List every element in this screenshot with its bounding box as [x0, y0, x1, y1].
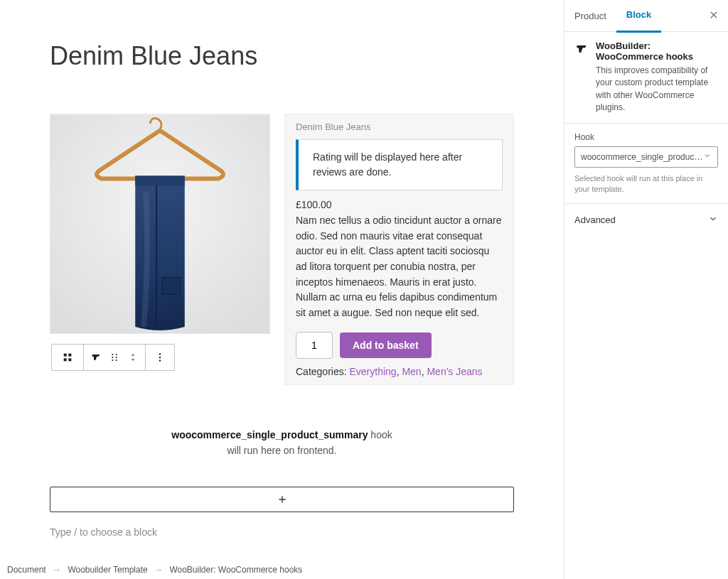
breadcrumb-item[interactable]: Woobuilder Template — [68, 565, 147, 575]
svg-rect-4 — [64, 358, 67, 361]
plus-icon — [277, 494, 288, 505]
chevron-right-icon: → — [53, 565, 61, 575]
svg-point-9 — [116, 354, 117, 355]
rating-placeholder: Rating will be displayed here after revi… — [296, 139, 503, 190]
advanced-panel-toggle[interactable]: Advanced — [564, 204, 728, 236]
add-block-button[interactable] — [50, 487, 514, 512]
block-placeholder[interactable]: Type / to choose a block — [50, 526, 514, 538]
hook-name: woocommerce_single_product_summary — [171, 429, 368, 440]
quantity-stepper[interactable] — [296, 332, 333, 359]
breadcrumb: Document → Woobuilder Template → WooBuil… — [7, 565, 302, 575]
block-type-title: WooBuilder: WooCommerce hooks — [596, 40, 718, 62]
svg-rect-2 — [64, 354, 67, 357]
svg-point-8 — [112, 359, 113, 361]
hook-hint: Selected hook will run at this place in … — [574, 173, 718, 195]
breadcrumb-item[interactable]: WooBuilder: WooCommerce hooks — [169, 565, 302, 575]
tab-block[interactable]: Block — [616, 0, 661, 33]
svg-point-12 — [159, 353, 161, 355]
advanced-label: Advanced — [574, 215, 616, 225]
block-type-icon — [574, 42, 589, 56]
product-price: £100.00 — [296, 199, 503, 210]
close-sidebar-button[interactable] — [700, 10, 728, 22]
hook-field-label: Hook — [574, 132, 718, 142]
breadcrumb-item[interactable]: Document — [7, 565, 46, 575]
drag-handle-icon[interactable] — [109, 352, 120, 363]
chevron-down-icon — [703, 151, 712, 162]
page-title[interactable]: Denim Blue Jeans — [50, 41, 514, 71]
product-image[interactable] — [50, 114, 270, 334]
block-type-description: This improves compatibility of your cust… — [596, 65, 718, 114]
hook-block[interactable]: woocommerce_single_product_summary hook … — [168, 428, 396, 458]
category-link[interactable]: Men's Jeans — [427, 366, 482, 377]
svg-rect-3 — [68, 354, 71, 357]
grid-icon — [62, 352, 73, 363]
hook-select[interactable]: woocommerce_single_product_summ — [574, 146, 718, 168]
category-link[interactable]: Men — [402, 366, 421, 377]
change-block-type-button[interactable] — [52, 345, 84, 370]
more-vertical-icon — [154, 352, 166, 363]
svg-point-6 — [112, 354, 113, 355]
svg-point-10 — [116, 357, 117, 358]
move-arrows-icon[interactable] — [127, 352, 139, 363]
add-to-basket-button[interactable]: Add to basket — [340, 332, 432, 358]
product-name: Denim Blue Jeans — [296, 121, 503, 132]
tab-product[interactable]: Product — [564, 0, 616, 31]
product-categories: Categories: Everything, Men, Men's Jeans — [296, 366, 503, 377]
block-toolbar — [51, 344, 175, 371]
svg-point-7 — [112, 357, 113, 358]
product-description: Nam nec tellus a odio tincidunt auctor a… — [296, 213, 503, 321]
product-summary: Denim Blue Jeans Rating will be displaye… — [284, 114, 514, 385]
svg-point-13 — [159, 357, 161, 358]
close-icon — [709, 10, 719, 22]
category-link[interactable]: Everything — [349, 366, 396, 377]
chevron-down-icon — [708, 214, 718, 226]
hook-select-value: woocommerce_single_product_summ — [581, 152, 703, 162]
settings-sidebar: Product Block WooBuilder: WooCommerce ho… — [564, 0, 728, 579]
svg-point-14 — [159, 359, 161, 361]
svg-point-11 — [116, 359, 117, 361]
chevron-right-icon: → — [154, 565, 163, 575]
svg-rect-5 — [68, 358, 71, 361]
svg-rect-1 — [162, 278, 181, 295]
more-options-button[interactable] — [146, 345, 174, 370]
block-icon — [90, 352, 102, 363]
categories-label: Categories: — [296, 366, 349, 377]
